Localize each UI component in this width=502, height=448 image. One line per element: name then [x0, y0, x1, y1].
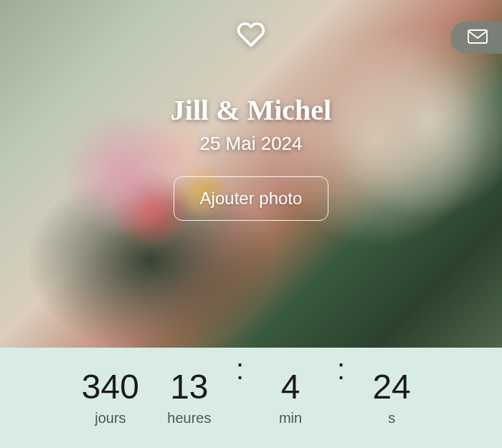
countdown-minutes: 4 min: [258, 370, 323, 426]
heart-logo-icon: [237, 20, 265, 52]
countdown-hours: 13 heures: [157, 370, 222, 426]
add-photo-button[interactable]: Ajouter photo: [174, 176, 329, 221]
countdown-seconds-value: 24: [372, 370, 410, 404]
countdown-seconds-label: s: [388, 410, 395, 426]
hero-banner: Jill & Michel 25 Mai 2024 Ajouter photo: [0, 0, 502, 348]
countdown-days: 340 jours: [78, 370, 143, 426]
countdown-separator: :: [236, 353, 244, 386]
countdown-seconds: 24 s: [359, 370, 424, 426]
wedding-date: 25 Mai 2024: [0, 133, 502, 155]
countdown-days-value: 340: [82, 370, 139, 404]
countdown-separator: :: [337, 353, 345, 386]
countdown-minutes-label: min: [279, 410, 302, 426]
countdown-hours-label: heures: [167, 410, 211, 426]
messages-button[interactable]: [450, 22, 502, 54]
couple-names: Jill & Michel: [0, 93, 502, 127]
countdown-minutes-value: 4: [281, 370, 300, 404]
countdown-hours-value: 13: [170, 370, 208, 404]
countdown-days-label: jours: [95, 410, 126, 426]
svg-rect-0: [468, 30, 487, 43]
countdown-timer: 340 jours 13 heures : 4 min : 24 s: [0, 348, 502, 448]
envelope-icon: [468, 29, 488, 46]
hero-content: Jill & Michel 25 Mai 2024 Ajouter photo: [0, 93, 502, 221]
